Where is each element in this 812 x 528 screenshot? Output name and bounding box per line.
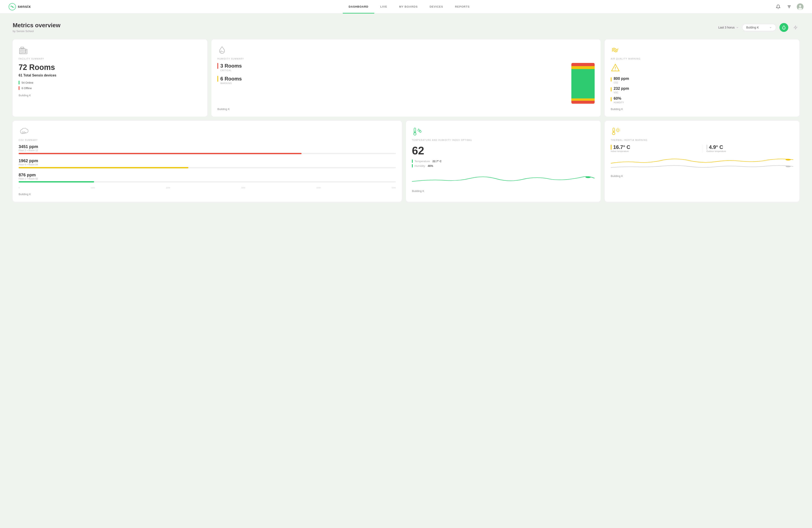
humidity-icon (217, 45, 595, 56)
humidity-metric: 60% Humidity (611, 96, 793, 104)
thermal-footer: Building K (611, 175, 793, 178)
nav-myboards[interactable]: MY BOARDS (393, 0, 423, 14)
outdoor-val: 4.9° C (709, 144, 723, 150)
page-title-block: Metrics overview by Sensix School (13, 22, 60, 33)
bottom-grid: CO₂ CO2 SUMMARY 3451 ppm Floor 2 > Room … (13, 121, 799, 202)
thi-icon (412, 127, 595, 137)
svg-point-40 (786, 166, 791, 167)
navbar: sensix DASHBOARD LIVE MY BOARDS DEVICES … (0, 0, 812, 14)
air-quality-label: AIR QUALITY WARNING (611, 58, 793, 60)
main-content: Metrics overview by Sensix School Last 3… (0, 14, 812, 210)
thi-footer: Building K (412, 190, 595, 193)
facility-card: FACILITY SUMMARY 72 Rooms 61 Total Sensi… (13, 40, 207, 117)
thermal-temps: 16.7° C Indoor temperature 4.9° C Outdoo… (611, 144, 793, 152)
offline-dot (19, 86, 19, 90)
svg-rect-16 (23, 52, 24, 53)
logo-text: sensix (18, 4, 31, 9)
nav-dashboard[interactable]: DASHBOARD (343, 0, 375, 14)
page-controls: Last 3 horus Bulding K (718, 23, 799, 32)
warning-triangle-icon (611, 63, 793, 73)
nav-devices[interactable]: DEVICES (423, 0, 449, 14)
nav-right (775, 3, 803, 10)
thermal-label: THERMAL INERTIA WARNING (611, 139, 793, 141)
online-status: 54 Online (19, 81, 201, 85)
logo-icon (9, 3, 16, 11)
online-dot (19, 81, 19, 85)
thi-value: 62 (412, 144, 595, 157)
svg-rect-14 (23, 50, 24, 51)
humidity-info: 3 Rooms CRITICAL 6 Rooms WARNING (217, 63, 567, 104)
warning-stat: 6 Rooms WARNING (217, 76, 567, 85)
air-quality-footer: Building K (611, 107, 793, 111)
nav-links: DASHBOARD LIVE MY BOARDS DEVICES REPORTS (44, 0, 775, 14)
co2-metric: 800 ppm CO2 (611, 76, 793, 84)
page-header: Metrics overview by Sensix School Last 3… (13, 22, 799, 33)
facility-devices: 61 Total Sensix devices (19, 74, 201, 77)
co2-stat-3: 876 ppm Floor 1 > Room 02 (19, 172, 396, 182)
facility-icon (19, 45, 201, 56)
facility-rooms: 72 Rooms (19, 63, 201, 72)
svg-point-7 (799, 5, 801, 7)
time-label: Last 3 horus (718, 26, 735, 29)
svg-point-8 (798, 7, 802, 10)
filter-icon[interactable] (786, 3, 793, 10)
co2-card: CO₂ CO2 SUMMARY 3451 ppm Floor 2 > Room … (13, 121, 402, 202)
thi-humidity: Humidity 46% (412, 164, 595, 167)
svg-marker-9 (794, 26, 797, 29)
voc-metric: 232 ppm VOC (611, 86, 793, 94)
outdoor-temp: 4.9° C Outdoor temperature (707, 144, 794, 152)
svg-point-30 (617, 129, 619, 131)
nav-live[interactable]: LIVE (374, 0, 393, 14)
co2-stat-1: 3451 ppm Floor 2 > Room 12 (19, 144, 396, 154)
user-avatar[interactable] (797, 3, 803, 10)
online-label: 54 Online (21, 81, 33, 84)
thermal-chart (611, 156, 793, 171)
critical-stat: 3 Rooms CRITICAL (217, 63, 567, 72)
svg-line-36 (619, 132, 620, 132)
offline-status: 6 Offline (19, 86, 201, 90)
svg-rect-18 (25, 50, 26, 51)
svg-text:CO₂: CO₂ (22, 131, 26, 134)
page-subtitle: by Sensix School (13, 30, 60, 33)
humidity-bar-chart (571, 63, 595, 104)
flash-icon-button[interactable] (792, 24, 799, 31)
offline-label: 6 Offline (21, 87, 32, 90)
thermal-card: THERMAL INERTIA WARNING 16.7° C Indoor t… (605, 121, 799, 202)
svg-point-21 (615, 70, 616, 70)
water-icon-button[interactable] (780, 23, 788, 32)
humidity-label: HUMIDITY SUMMARY (217, 58, 595, 60)
co2-scale: 010002000300040005000 (19, 187, 396, 189)
location-label: Bulding K (746, 26, 759, 29)
location-selector[interactable]: Bulding K (742, 24, 776, 31)
co2-card-label: CO2 SUMMARY (19, 139, 396, 141)
svg-rect-13 (20, 50, 21, 51)
facility-footer: Building K (19, 94, 201, 97)
logo[interactable]: sensix (9, 3, 31, 11)
svg-line-37 (616, 132, 617, 132)
time-selector[interactable]: Last 3 horus (718, 26, 739, 29)
thi-temp: Temperature 22.7° C (412, 160, 595, 163)
nav-reports[interactable]: REPORTS (449, 0, 476, 14)
svg-point-39 (786, 159, 791, 161)
svg-point-26 (585, 176, 591, 178)
thi-chart (412, 171, 595, 186)
humidity-footer: Building K (217, 107, 595, 111)
air-quality-card: AIR QUALITY WARNING 800 ppm CO2 (605, 40, 799, 117)
svg-rect-19 (25, 52, 26, 52)
page-title: Metrics overview (13, 22, 60, 29)
thi-card: TEMPERATURE AND HUMIDITY INDEX OPTIMAL 6… (406, 121, 600, 202)
co2-icon: CO₂ (19, 127, 396, 137)
wind-icon (611, 45, 793, 56)
indoor-temp: 16.7° C Indoor temperature (611, 144, 698, 152)
notification-bell[interactable] (775, 3, 782, 10)
indoor-val: 16.7° C (613, 144, 630, 150)
humidity-card: HUMIDITY SUMMARY 3 Rooms CRITICAL 6 Room… (212, 40, 600, 117)
thermal-icon (611, 127, 793, 137)
facility-label: FACILITY SUMMARY (19, 58, 201, 60)
co2-stat-2: 1962 ppm Floor 4 > Room 04 (19, 159, 396, 168)
top-grid: FACILITY SUMMARY 72 Rooms 61 Total Sensi… (13, 40, 799, 117)
thi-label: TEMPERATURE AND HUMIDITY INDEX OPTIMAL (412, 139, 595, 141)
co2-footer: Building K (19, 193, 396, 196)
svg-rect-15 (20, 52, 21, 54)
